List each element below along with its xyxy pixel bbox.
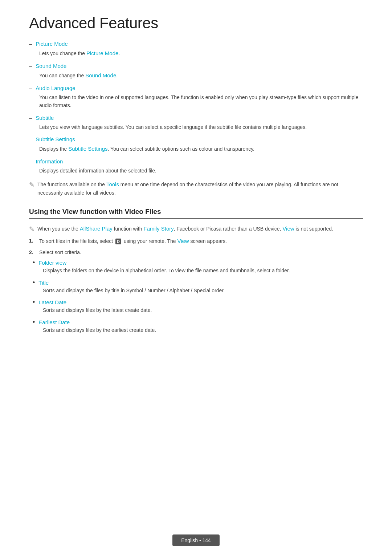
- step-1-number: 1.: [29, 237, 36, 245]
- subtitle-desc: Lets you view with language subtitles. Y…: [39, 123, 363, 131]
- dash-symbol: –: [29, 115, 32, 121]
- bullet-item-latest-date: • Latest Date Sorts and displays files b…: [33, 299, 363, 314]
- allshare-note-row: ✎ When you use the AllShare Play functio…: [29, 224, 363, 233]
- latest-date-desc: Sorts and displays files by the latest c…: [43, 306, 363, 314]
- title-link[interactable]: Title: [38, 280, 49, 286]
- subtitle-link[interactable]: Subtitle: [36, 115, 54, 121]
- view-function-heading: Using the View function with Video Files: [29, 208, 363, 219]
- bullet-dot: •: [33, 259, 35, 266]
- picture-mode-inline-link[interactable]: Picture Mode: [86, 50, 118, 56]
- bullet-dot: •: [33, 319, 35, 325]
- bullet-dot: •: [33, 279, 35, 286]
- bullet-item-title: • Title Sorts and displays the files by …: [33, 279, 363, 294]
- information-desc: Displays detailed information about the …: [39, 167, 363, 175]
- page-title: Advanced Features: [29, 15, 363, 32]
- step-1-text: To sort files in the file lists, select …: [39, 237, 227, 245]
- dash-item-subtitle: – Subtitle Lets you view with language s…: [29, 115, 363, 131]
- dash-symbol: –: [29, 136, 32, 142]
- sound-mode-inline-link[interactable]: Sound Mode: [85, 72, 116, 78]
- step-1: 1. To sort files in the file lists, sele…: [29, 237, 363, 245]
- step-2-text: Select sort criteria.: [39, 248, 81, 256]
- subtitle-settings-link[interactable]: Subtitle Settings: [36, 136, 75, 142]
- note-icon: ✎: [29, 181, 34, 189]
- dash-item-sound-mode: – Sound Mode You can change the Sound Mo…: [29, 63, 363, 80]
- dash-items-section: – Picture Mode Lets you change the Pictu…: [29, 41, 363, 175]
- tools-note-text: The functions available on the Tools men…: [37, 180, 363, 197]
- title-desc: Sorts and displays the files by title in…: [43, 286, 363, 294]
- bullet-item-folder-view: • Folder view Displays the folders on th…: [33, 259, 363, 275]
- picture-mode-desc: Lets you change the Picture Mode.: [39, 49, 363, 58]
- footer-bar: English - 144: [0, 534, 392, 546]
- folder-view-link[interactable]: Folder view: [38, 260, 66, 266]
- information-link[interactable]: Information: [36, 158, 63, 164]
- page-container: Advanced Features – Picture Mode Lets yo…: [0, 0, 392, 367]
- dash-symbol: –: [29, 41, 32, 47]
- step-2-number: 2.: [29, 248, 36, 256]
- audio-language-link[interactable]: Audio Language: [36, 85, 75, 91]
- earliest-date-link[interactable]: Earliest Date: [38, 319, 70, 325]
- sound-mode-link[interactable]: Sound Mode: [36, 63, 66, 69]
- folder-view-desc: Displays the folders on the device in al…: [43, 267, 363, 275]
- dash-symbol: –: [29, 63, 32, 69]
- footer-badge: English - 144: [172, 534, 220, 546]
- dash-item-picture-mode: – Picture Mode Lets you change the Pictu…: [29, 41, 363, 58]
- allshare-play-link[interactable]: AllShare Play: [80, 225, 113, 232]
- bullet-dot: •: [33, 299, 35, 305]
- dash-symbol: –: [29, 85, 32, 91]
- sound-mode-desc: You can change the Sound Mode.: [39, 71, 363, 80]
- dash-item-audio-language: – Audio Language You can listen to the v…: [29, 85, 363, 110]
- earliest-date-desc: Sorts and displays files by the earliest…: [43, 326, 363, 334]
- tools-note-row: ✎ The functions available on the Tools m…: [29, 180, 363, 197]
- bullet-item-earliest-date: • Earliest Date Sorts and displays files…: [33, 319, 363, 334]
- sort-criteria-list: • Folder view Displays the folders on th…: [29, 259, 363, 334]
- subtitle-settings-desc: Displays the Subtitle Settings. You can …: [39, 145, 363, 153]
- latest-date-link[interactable]: Latest Date: [38, 299, 66, 305]
- dash-item-subtitle-settings: – Subtitle Settings Displays the Subtitl…: [29, 136, 363, 153]
- audio-language-desc: You can listen to the video in one of su…: [39, 93, 363, 110]
- step-2: 2. Select sort criteria.: [29, 248, 363, 256]
- d-button-icon: D: [115, 239, 121, 244]
- numbered-steps: 1. To sort files in the file lists, sele…: [29, 237, 363, 256]
- tools-link[interactable]: Tools: [106, 181, 119, 187]
- view-link-1[interactable]: View: [282, 225, 294, 232]
- dash-symbol: –: [29, 158, 32, 164]
- subtitle-settings-inline-link[interactable]: Subtitle Settings: [68, 146, 107, 152]
- picture-mode-link[interactable]: Picture Mode: [36, 41, 68, 47]
- allshare-note-text: When you use the AllShare Play function …: [37, 224, 333, 233]
- note-icon-2: ✎: [29, 225, 34, 233]
- dash-item-information: – Information Displays detailed informat…: [29, 158, 363, 175]
- view-link-2[interactable]: View: [177, 238, 189, 244]
- family-story-link[interactable]: Family Story: [143, 225, 173, 232]
